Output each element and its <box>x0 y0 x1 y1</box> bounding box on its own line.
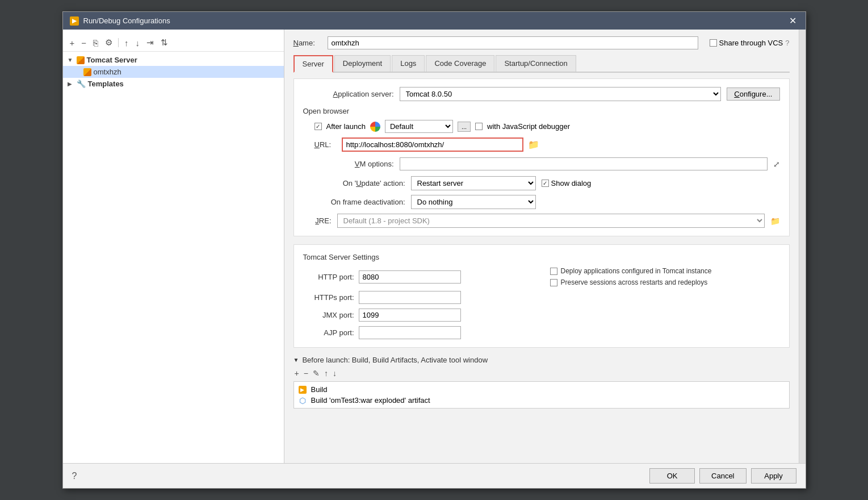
deactivation-select[interactable]: Do nothing <box>411 195 536 209</box>
close-button[interactable]: ✕ <box>787 15 799 26</box>
templates-item[interactable]: ▶ 🔧 Templates <box>63 78 284 90</box>
http-port-label: HTTP port: <box>303 273 354 281</box>
move-down-button[interactable]: ↓ <box>133 37 142 49</box>
jmx-port-row: JMX port: <box>303 309 533 322</box>
port-grid: HTTP port: Deploy applications configure… <box>303 267 780 339</box>
launch-up-button[interactable]: ↑ <box>323 368 329 379</box>
add-config-button[interactable]: + <box>68 37 77 49</box>
update-action-select[interactable]: Restart server <box>411 176 536 190</box>
open-browser-label: Open browser <box>303 107 780 115</box>
tab-code-coverage[interactable]: Code Coverage <box>426 55 494 72</box>
launch-edit-button[interactable]: ✎ <box>312 368 321 379</box>
tab-deployment[interactable]: Deployment <box>334 55 391 72</box>
move-to-group-button[interactable]: ⇥ <box>144 36 156 49</box>
artifact-icon: ⬡ <box>299 397 307 405</box>
launch-list: ▶ Build ⬡ Build 'omTest3:war exploded' a… <box>293 381 790 409</box>
preserve-checkbox[interactable] <box>550 279 557 286</box>
ajp-port-row: AJP port: <box>303 326 533 339</box>
ajp-port-label: AJP port: <box>303 328 354 337</box>
after-launch-checkbox[interactable] <box>315 123 322 130</box>
before-launch-title: Before launch: Build, Build Artifacts, A… <box>302 356 488 364</box>
http-port-input[interactable] <box>359 270 461 284</box>
config-tree: ▼ Tomcat Server omtxhzh ▶ 🔧 Templates <box>63 52 284 92</box>
configure-button[interactable]: Configure... <box>727 88 779 101</box>
tab-logs[interactable]: Logs <box>392 55 425 72</box>
server-section: Application server: Tomcat 8.0.50 Config… <box>293 78 790 236</box>
share-vcs-row: Share through VCS ? <box>710 39 790 47</box>
wrench-icon: 🔧 <box>77 80 86 88</box>
jre-select[interactable]: Default (1.8 - project SDK) <box>337 214 765 228</box>
url-folder-button[interactable]: 📁 <box>528 139 539 150</box>
browser-select[interactable]: Default <box>385 120 453 133</box>
launch-add-button[interactable]: + <box>293 368 300 379</box>
share-vcs-label: Share through VCS <box>719 39 783 47</box>
tomcat-instance-item[interactable]: omtxhzh <box>63 66 284 78</box>
preserve-check-row: Preserve sessions across restarts and re… <box>550 278 780 286</box>
ajp-port-input[interactable] <box>359 326 461 339</box>
url-row: URL: 📁 <box>303 138 780 152</box>
list-item: ⬡ Build 'omTest3:war exploded' artifact <box>299 395 785 406</box>
remove-config-button[interactable]: − <box>79 37 89 49</box>
show-dialog-label: Show dialog <box>551 179 592 188</box>
https-port-label: HTTPs port: <box>303 293 354 302</box>
vm-options-input[interactable] <box>400 157 768 170</box>
name-label: Name: <box>293 39 322 47</box>
tab-server[interactable]: Server <box>293 55 333 73</box>
show-dialog-row: Show dialog <box>542 179 592 188</box>
url-input[interactable] <box>342 138 523 152</box>
scrollbar[interactable] <box>799 30 806 463</box>
copy-config-button[interactable]: ⎘ <box>91 37 100 49</box>
app-server-select[interactable]: Tomcat 8.0.50 <box>400 87 722 101</box>
build-label: Build <box>311 385 328 394</box>
show-dialog-checkbox[interactable] <box>542 180 549 187</box>
deploy-label: Deploy applications configured in Tomcat… <box>561 267 712 275</box>
tomcat-server-group[interactable]: ▼ Tomcat Server <box>63 54 284 66</box>
collapse-arrow[interactable]: ▼ <box>293 357 299 363</box>
launch-down-button[interactable]: ↓ <box>332 368 338 379</box>
apply-button[interactable]: Apply <box>751 468 796 484</box>
help-icon: ? <box>785 39 789 47</box>
sort-button[interactable]: ⇅ <box>158 36 170 49</box>
https-port-input[interactable] <box>359 291 461 304</box>
build-icon: ▶ <box>299 386 307 394</box>
chrome-icon <box>370 122 380 132</box>
name-input[interactable] <box>328 36 698 49</box>
after-launch-label: After launch <box>326 122 366 131</box>
vm-options-row: VM options: ⤢ <box>303 157 780 170</box>
before-launch-header: ▼ Before launch: Build, Build Artifacts,… <box>293 356 790 364</box>
preserve-label: Preserve sessions across restarts and re… <box>561 278 708 286</box>
js-debugger-checkbox[interactable] <box>475 123 483 130</box>
templates-arrow: ▶ <box>68 81 74 87</box>
jmx-port-input[interactable] <box>359 309 461 322</box>
browser-row: After launch Default ... with JavaScript… <box>303 120 780 133</box>
jre-label: JRE: <box>303 216 332 225</box>
tomcat-group-icon <box>77 56 85 64</box>
edit-defaults-button[interactable]: ⚙ <box>103 36 115 49</box>
run-debug-dialog: ▶ Run/Debug Configurations ✕ + − ⎘ ⚙ ↑ ↓… <box>62 11 806 489</box>
vm-options-label: VM options: <box>303 160 394 168</box>
title-bar-left: ▶ Run/Debug Configurations <box>70 16 170 26</box>
deploy-checkbox[interactable] <box>550 268 557 275</box>
name-row: Name: Share through VCS ? <box>293 36 790 49</box>
jre-folder-button[interactable]: 📁 <box>770 216 780 226</box>
left-toolbar: + − ⎘ ⚙ ↑ ↓ ⇥ ⇅ <box>63 34 284 52</box>
tab-startup-connection[interactable]: Startup/Connection <box>496 55 576 72</box>
ok-button[interactable]: OK <box>649 468 695 484</box>
help-button[interactable]: ? <box>72 471 77 481</box>
share-vcs-checkbox[interactable] <box>710 39 717 47</box>
templates-label: Templates <box>88 80 124 88</box>
title-bar: ▶ Run/Debug Configurations ✕ <box>63 12 806 30</box>
dialog-icon: ▶ <box>70 16 79 26</box>
jmx-port-label: JMX port: <box>303 311 354 319</box>
left-panel: + − ⎘ ⚙ ↑ ↓ ⇥ ⇅ ▼ Tomcat Server om <box>63 30 284 463</box>
expand-arrow: ▼ <box>68 57 74 63</box>
artifact-label: Build 'omTest3:war exploded' artifact <box>311 396 430 405</box>
browser-dots-button[interactable]: ... <box>458 122 471 132</box>
cancel-button[interactable]: Cancel <box>699 468 746 484</box>
vm-expand-button[interactable]: ⤢ <box>773 160 780 169</box>
launch-remove-button[interactable]: − <box>303 368 309 379</box>
move-up-button[interactable]: ↑ <box>122 37 131 49</box>
open-browser-section: Open browser After launch Default ... wi… <box>303 107 780 152</box>
launch-toolbar: + − ✎ ↑ ↓ <box>293 368 790 379</box>
dialog-title: Run/Debug Configurations <box>83 16 170 25</box>
